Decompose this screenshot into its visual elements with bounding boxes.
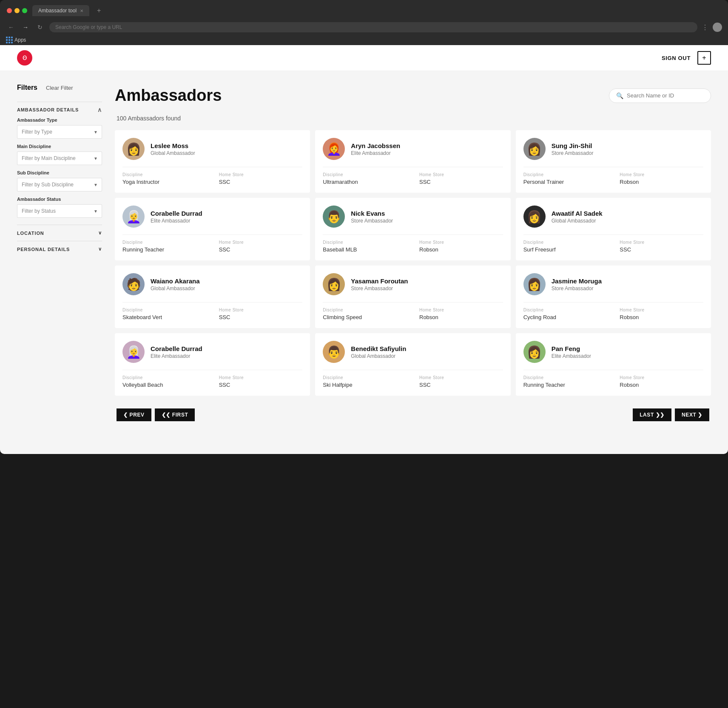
profile-avatar[interactable] [713,23,722,32]
pagination-right: LAST ❯❯ NEXT ❯ [633,408,709,421]
tab-close-icon[interactable]: ✕ [80,9,83,13]
ambassador-role: Global Ambassador [151,150,195,156]
search-input[interactable] [627,92,704,99]
filter-section-personal[interactable]: PERSONAL DETAILS ∨ [17,241,102,257]
ambassador-details-toggle[interactable]: AMBASSADOR DETAILS ∧ [17,102,102,117]
avatar: 👩 [523,206,546,228]
ambassador-status-select-wrapper: Filter by Status ▼ [17,204,102,218]
avatar: 👨 [323,341,345,363]
card-details: Discipline Skateboard Vert Home Store SS… [122,302,302,320]
ambassador-card[interactable]: 👩 Sung Jin-Shil Store Ambassador Discipl… [516,130,711,193]
ambassador-name: Leslee Moss [151,142,195,149]
avatar: 👩‍🦳 [122,206,145,228]
filter-section-location[interactable]: LOCATION ∨ [17,225,102,241]
add-icon[interactable]: + [697,51,711,65]
home-store-col: Home Store Robson [620,375,703,388]
ambassador-card[interactable]: 👩 Jasmine Moruga Store Ambassador Discip… [516,266,711,328]
last-button[interactable]: LAST ❯❯ [633,408,671,421]
discipline-value: Baseball MLB [323,246,407,253]
results-area: Ambassadors 🔍 100 Ambassadors found 👩 Le… [115,84,711,441]
filter-group-status: Ambassador Status Filter by Status ▼ [17,197,102,218]
next-button[interactable]: NEXT ❯ [675,408,709,421]
discipline-col: Discipline Ski Halfpipe [323,375,407,388]
discipline-col: Discipline Volleyball Beach [122,375,206,388]
discipline-value: Personal Trainer [523,179,607,185]
address-bar[interactable] [49,22,697,32]
close-button[interactable] [7,8,12,13]
home-store-label: Home Store [219,308,303,312]
ambassador-name: Sung Jin-Shil [552,142,594,149]
ambassador-card[interactable]: 👨 Nick Evans Store Ambassador Discipline… [315,198,510,260]
maximize-button[interactable] [22,8,27,13]
filter-group-sub-discipline: Sub Discipline Filter by Sub Discipline … [17,170,102,191]
card-details: Discipline Cycling Road Home Store Robso… [523,302,703,320]
back-button[interactable]: ← [6,22,16,32]
reload-button[interactable]: ↻ [35,22,45,32]
ambassador-card[interactable]: 👩‍🦳 Corabelle Durrad Elite Ambassador Di… [115,198,310,260]
app-window: ʘ SIGN OUT + Filters Clear Filter AMBASS… [0,45,728,454]
page-title: Ambassadors [115,86,222,105]
card-header: 👩 Sung Jin-Shil Store Ambassador [523,138,703,160]
forward-button[interactable]: → [20,22,31,32]
ambassador-card[interactable]: 👩‍🦳 Corabelle Durrad Elite Ambassador Di… [115,333,310,396]
home-store-label: Home Store [620,375,703,380]
home-store-value: SSC [219,382,303,388]
card-identity: Corabelle Durrad Elite Ambassador [151,210,202,224]
card-identity: Benedikt Safiyulin Global Ambassador [351,345,406,359]
home-store-value: SSC [419,179,503,185]
ambassador-card[interactable]: 👩 Leslee Moss Global Ambassador Discipli… [115,130,310,193]
home-store-label: Home Store [419,172,503,177]
ambassador-name: Jasmine Moruga [552,277,602,285]
discipline-value: Ultramarathon [323,179,407,185]
home-store-value: SSC [219,314,303,320]
home-store-col: Home Store SSC [419,172,503,185]
ambassador-role: Store Ambassador [351,285,408,291]
browser-traffic-lights[interactable] [7,8,27,13]
ambassador-card[interactable]: 👩 Awaatif Al Sadek Global Ambassador Dis… [516,198,711,260]
main-discipline-select[interactable]: Filter by Main Discipline [17,151,102,165]
ambassador-name: Awaatif Al Sadek [552,210,603,217]
ambassador-card[interactable]: 🧑 Waiano Akarana Global Ambassador Disci… [115,266,310,328]
ambassador-card[interactable]: 👩‍🦰 Aryn Jacobssen Elite Ambassador Disc… [315,130,510,193]
ambassador-role: Elite Ambassador [151,218,202,224]
minimize-button[interactable] [14,8,20,13]
home-store-label: Home Store [620,172,703,177]
clear-filter-button[interactable]: Clear Filter [46,85,73,91]
home-store-col: Home Store Robson [620,308,703,320]
home-store-col: Home Store SSC [219,375,303,388]
ambassador-card[interactable]: 👩 Yasaman Foroutan Store Ambassador Disc… [315,266,510,328]
filter-group-main-discipline: Main Discipline Filter by Main Disciplin… [17,144,102,165]
card-header: 👩 Leslee Moss Global Ambassador [122,138,302,160]
ambassador-card[interactable]: 👩 Pan Feng Elite Ambassador Discipline R… [516,333,711,396]
card-details: Discipline Baseball MLB Home Store Robso… [323,234,503,253]
pagination: ❮ PREV ❮❮ FIRST LAST ❯❯ NEXT ❯ [115,408,711,421]
home-store-value: Robson [620,382,703,388]
sub-discipline-select[interactable]: Filter by Sub Discipline [17,178,102,191]
search-box[interactable]: 🔍 [609,88,711,103]
discipline-col: Discipline Skateboard Vert [122,308,206,320]
ambassador-type-select[interactable]: Filter by Type [17,125,102,139]
ambassador-card[interactable]: 👨 Benedikt Safiyulin Global Ambassador D… [315,333,510,396]
sign-out-button[interactable]: SIGN OUT [662,55,691,61]
card-details: Discipline Ski Halfpipe Home Store SSC [323,370,503,388]
ambassador-status-select[interactable]: Filter by Status [17,204,102,218]
ambassador-name: Pan Feng [552,345,591,352]
avatar: 👩 [523,138,546,160]
filters-header: Filters Clear Filter [17,84,102,91]
browser-menu-icon[interactable]: ⋮ [702,23,708,31]
card-details: Discipline Ultramarathon Home Store SSC [323,167,503,185]
lululemon-logo: ʘ [17,50,32,66]
apps-label: Apps [14,37,26,43]
discipline-value: Ski Halfpipe [323,382,407,388]
apps-shortcut[interactable]: Apps [6,37,26,43]
card-identity: Aryn Jacobssen Elite Ambassador [351,142,400,156]
filter-section-ambassador-details: AMBASSADOR DETAILS ∧ Ambassador Type Fil… [17,102,102,218]
new-tab-button[interactable]: + [97,7,101,14]
prev-button[interactable]: ❮ PREV [117,408,151,421]
discipline-label: Discipline [122,172,206,177]
discipline-col: Discipline Yoga Instructor [122,172,206,185]
browser-tab[interactable]: Ambassador tool ✕ [32,5,89,16]
first-button[interactable]: ❮❮ FIRST [155,408,195,421]
avatar: 👩 [523,273,546,295]
sub-discipline-label: Sub Discipline [17,170,102,175]
